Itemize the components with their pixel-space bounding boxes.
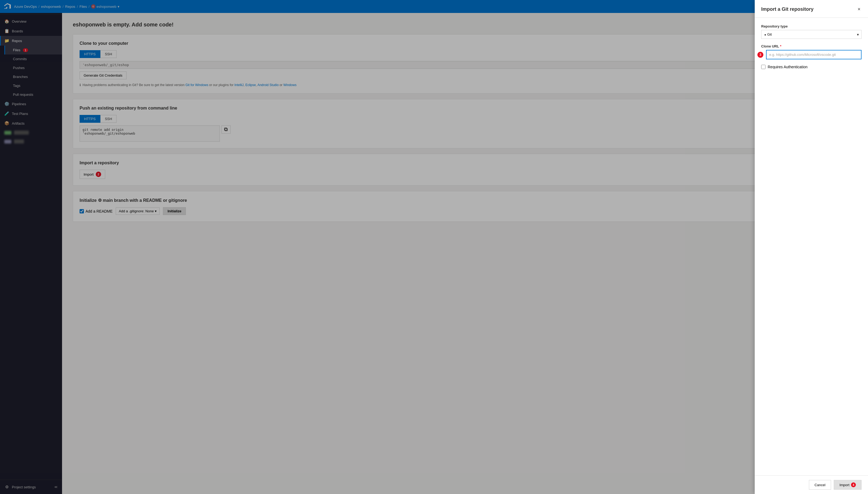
requires-auth-label: Requires Authentication <box>768 65 808 69</box>
repo-type-select-wrapper: ⬥ Git <box>761 30 862 39</box>
cancel-button[interactable]: Cancel <box>809 480 831 490</box>
modal-overlay[interactable]: Import a Git repository × Repository typ… <box>0 0 868 494</box>
clone-url-input-wrapper: 3 <box>761 50 862 59</box>
requires-auth-row: Requires Authentication <box>761 65 862 69</box>
repo-type-select[interactable]: ⬥ Git <box>761 30 862 39</box>
modal-body: Repository type ⬥ Git Clone URL * 3 <box>755 18 868 475</box>
clone-url-modal-input[interactable] <box>766 50 862 59</box>
clone-url-group: Clone URL * 3 <box>761 44 862 59</box>
import-modal-button[interactable]: Import 4 <box>834 480 862 490</box>
clone-url-label: Clone URL * <box>761 44 862 48</box>
repo-type-label: Repository type <box>761 24 862 28</box>
modal-panel: Import a Git repository × Repository typ… <box>755 0 868 494</box>
modal-close-button[interactable]: × <box>856 5 862 13</box>
repo-type-group: Repository type ⬥ Git <box>761 24 862 39</box>
requires-auth-checkbox[interactable] <box>761 65 766 69</box>
step3-badge: 3 <box>757 52 763 58</box>
modal-title: Import a Git repository <box>761 6 854 12</box>
modal-header: Import a Git repository × <box>755 0 868 18</box>
modal-footer: Cancel Import 4 <box>755 475 868 494</box>
import-modal-badge: 4 <box>851 482 856 487</box>
import-modal-label: Import <box>840 483 849 487</box>
